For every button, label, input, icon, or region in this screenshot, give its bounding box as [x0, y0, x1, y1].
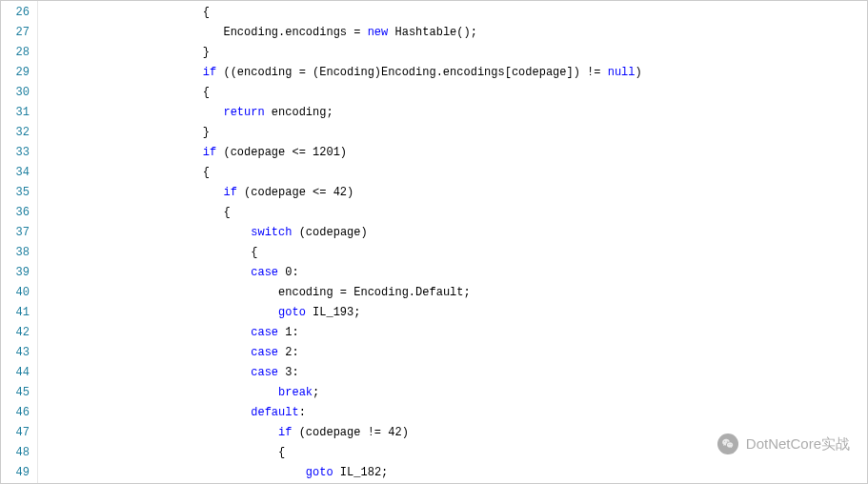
keyword-token: return — [223, 106, 264, 119]
keyword-token: if — [223, 186, 236, 199]
code-line[interactable]: { — [38, 83, 867, 103]
code-token: : — [299, 406, 306, 419]
line-number: 27 — [7, 23, 30, 43]
code-token: (codepage != 42) — [292, 426, 408, 439]
code-line[interactable]: { — [38, 243, 867, 263]
code-line[interactable]: { — [38, 443, 867, 463]
line-number: 38 — [7, 243, 30, 263]
code-token: } — [203, 126, 210, 139]
code-token: 2: — [278, 346, 299, 359]
code-line[interactable]: } — [38, 123, 867, 143]
keyword-token: switch — [251, 226, 292, 239]
code-line[interactable]: encoding = Encoding.Default; — [38, 283, 867, 303]
code-token: { — [278, 446, 285, 459]
code-line[interactable]: return encoding; — [38, 103, 867, 123]
code-token: (codepage <= 42) — [237, 186, 353, 199]
keyword-token: case — [251, 366, 278, 379]
line-number: 32 — [7, 123, 30, 143]
code-token: Hashtable(); — [388, 26, 477, 39]
code-line[interactable]: if ((encoding = (Encoding)Encoding.encod… — [38, 63, 867, 83]
keyword-token: new — [368, 26, 389, 39]
code-token: IL_193; — [306, 306, 361, 319]
line-number: 37 — [7, 223, 30, 243]
line-number: 49 — [7, 463, 30, 483]
code-line[interactable]: { — [38, 163, 867, 183]
code-area[interactable]: { Encoding.encodings = new Hashtable(); … — [38, 1, 867, 483]
line-number: 44 — [7, 363, 30, 383]
line-number: 40 — [7, 283, 30, 303]
keyword-token: null — [608, 66, 636, 79]
code-token: } — [203, 46, 210, 59]
keyword-token: break — [278, 386, 313, 399]
code-line[interactable]: if (codepage != 42) — [38, 423, 867, 443]
code-line[interactable]: goto IL_182; — [38, 463, 867, 483]
line-number: 29 — [7, 63, 30, 83]
code-line[interactable]: Encoding.encodings = new Hashtable(); — [38, 23, 867, 43]
code-line[interactable]: break; — [38, 383, 867, 403]
code-token: ((encoding = (Encoding)Encoding.encoding… — [216, 66, 607, 79]
code-line[interactable]: case 1: — [38, 323, 867, 343]
line-number: 36 — [7, 203, 30, 223]
line-number: 30 — [7, 83, 30, 103]
line-number: 31 — [7, 103, 30, 123]
code-token: encoding; — [265, 106, 333, 119]
line-number: 26 — [7, 3, 30, 23]
keyword-token: if — [203, 66, 216, 79]
keyword-token: default — [251, 406, 298, 419]
code-line[interactable]: switch (codepage) — [38, 223, 867, 243]
code-token: ) — [636, 66, 642, 79]
keyword-token: if — [203, 146, 216, 159]
line-number: 34 — [7, 163, 30, 183]
line-number: 42 — [7, 323, 30, 343]
code-line[interactable]: } — [38, 43, 867, 63]
line-number: 45 — [7, 383, 30, 403]
code-token: ; — [313, 386, 319, 399]
code-token: encoding = Encoding.Default; — [278, 286, 471, 299]
code-token: (codepage <= 1201) — [216, 146, 347, 159]
code-line[interactable]: if (codepage <= 42) — [38, 183, 867, 203]
keyword-token: if — [278, 426, 292, 439]
code-line[interactable]: { — [38, 203, 867, 223]
code-token: 3: — [278, 366, 299, 379]
code-token: (codepage) — [292, 226, 367, 239]
code-line[interactable]: default: — [38, 403, 867, 423]
code-line[interactable]: { — [38, 3, 867, 23]
code-token: { — [203, 6, 210, 19]
line-number: 33 — [7, 143, 30, 163]
code-line[interactable]: case 0: — [38, 263, 867, 283]
keyword-token: case — [251, 266, 278, 279]
code-line[interactable]: case 2: — [38, 343, 867, 363]
line-number: 46 — [7, 403, 30, 423]
code-token: IL_182; — [333, 466, 389, 479]
code-token: { — [223, 206, 230, 219]
line-number: 41 — [7, 303, 30, 323]
code-token: Encoding.encodings = — [223, 26, 367, 39]
line-number: 35 — [7, 183, 30, 203]
keyword-token: case — [251, 346, 278, 359]
line-number: 43 — [7, 343, 30, 363]
line-number: 39 — [7, 263, 30, 283]
line-number: 48 — [7, 443, 30, 463]
code-line[interactable]: case 3: — [38, 363, 867, 383]
code-token: { — [251, 246, 257, 259]
line-number: 28 — [7, 43, 30, 63]
keyword-token: goto — [306, 466, 333, 479]
code-line[interactable]: goto IL_193; — [38, 303, 867, 323]
code-token: { — [203, 86, 210, 99]
code-token: { — [203, 166, 210, 179]
line-number-gutter: 2627282930313233343536373839404142434445… — [1, 1, 38, 483]
code-token: 0: — [278, 266, 299, 279]
keyword-token: goto — [278, 306, 306, 319]
code-token: 1: — [278, 326, 299, 339]
code-line[interactable]: if (codepage <= 1201) — [38, 143, 867, 163]
line-number: 47 — [7, 423, 30, 443]
code-editor[interactable]: 2627282930313233343536373839404142434445… — [0, 0, 868, 484]
keyword-token: case — [251, 326, 278, 339]
